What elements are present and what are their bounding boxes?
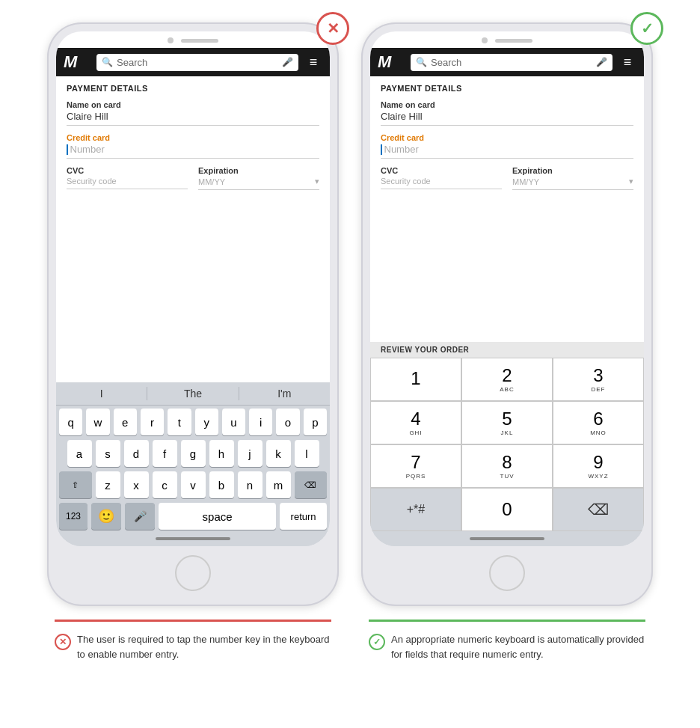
numpad-0[interactable]: 0 [461,488,553,531]
left-keyboard: I The I'm q w e r t y [56,382,330,546]
key-t[interactable]: t [168,409,191,435]
right-search-icon: 🔍 [416,57,427,67]
left-phone: M 🔍 Search 🎤 ≡ PAYMENT DETAILS Name on c… [47,22,339,606]
left-name-field: Name on card Claire Hill [67,100,319,126]
left-keyboard-rows: q w e r t y u i o p a [56,406,330,531]
left-mic-icon[interactable]: 🎤 [282,57,293,67]
key-delete[interactable]: ⌫ [295,471,328,498]
left-home-button[interactable] [175,555,211,591]
left-credit-field[interactable]: Credit card Number [67,133,319,159]
left-camera [168,37,174,43]
right-review-bar: REVIEW YOUR ORDER [370,342,644,358]
key-m[interactable]: m [266,471,291,498]
numpad-2[interactable]: 2 ABC [461,358,553,401]
key-j[interactable]: j [238,440,262,467]
right-navbar: M 🔍 Search 🎤 ≡ [370,48,644,76]
numpad-1[interactable]: 1 [370,358,461,401]
suggestion-i[interactable]: I [56,385,147,402]
numpad-7[interactable]: 7 PQRS [370,444,461,488]
suggestion-the[interactable]: The [147,385,238,402]
key-n[interactable]: n [238,471,262,498]
key-e[interactable]: e [114,409,137,435]
good-caption: ✓ An appropriate numeric keyboard is aut… [361,620,653,661]
key-x[interactable]: x [124,471,149,498]
numpad-8[interactable]: 8 TUV [461,444,553,488]
right-credit-field[interactable]: Credit card Number [381,133,633,159]
key-123[interactable]: 123 [59,503,88,530]
right-name-value: Claire Hill [381,111,633,126]
key-p[interactable]: p [304,409,327,435]
numpad-6[interactable]: 6 MNO [553,401,644,444]
right-expiry-chevron: ▾ [629,177,633,186]
right-home-indicator [470,537,544,540]
key-emoji[interactable]: 🙂 [91,503,121,530]
left-security-input[interactable]: Security code [67,177,188,189]
left-name-label: Name on card [67,100,319,109]
left-home-indicator [156,537,230,540]
key-h[interactable]: h [209,440,234,467]
right-hamburger[interactable]: ≡ [618,55,636,70]
right-cvc-expiry-row: CVC Security code Expiration MM/YY ▾ [381,166,633,190]
left-cvc-col: CVC Security code [67,166,188,190]
bad-badge: ✕ [316,12,349,45]
right-expiry-input[interactable]: MM/YY ▾ [512,177,633,190]
suggestion-im[interactable]: I'm [239,385,330,402]
right-mic-icon[interactable]: 🎤 [596,57,607,67]
numpad-4[interactable]: 4 GHI [370,401,461,444]
left-form-area: PAYMENT DETAILS Name on card Claire Hill… [56,76,330,382]
left-cvc-label: CVC [67,166,188,175]
good-caption-badge: ✓ [369,634,385,650]
left-credit-input[interactable]: Number [67,144,319,159]
key-space[interactable]: space [159,503,276,530]
key-c[interactable]: c [153,471,177,498]
right-home-button[interactable] [489,555,525,591]
key-s[interactable]: s [96,440,120,467]
numpad-5[interactable]: 5 JKL [461,401,553,444]
key-i[interactable]: i [249,409,272,435]
left-expiry-input[interactable]: MM/YY ▾ [198,177,319,190]
key-y[interactable]: y [195,409,218,435]
key-return[interactable]: return [280,503,327,530]
left-expiry-label: Expiration [198,166,319,175]
right-search-bar[interactable]: 🔍 Search 🎤 [411,54,612,71]
key-q[interactable]: q [59,409,82,435]
right-numpad-grid: 1 2 ABC 3 DEF 4 GHI [370,358,644,531]
key-w[interactable]: w [86,409,109,435]
left-search-bar[interactable]: 🔍 Search 🎤 [96,54,298,71]
numpad-delete[interactable]: ⌫ [553,488,644,531]
key-a[interactable]: a [67,440,92,467]
left-phone-screen: M 🔍 Search 🎤 ≡ PAYMENT DETAILS Name on c… [56,31,330,546]
right-search-text: Search [431,57,592,68]
left-app-logo: M [64,52,90,72]
left-cursor [67,144,68,155]
bad-caption: ✕ The user is required to tap the number… [47,620,339,661]
right-credit-input[interactable]: Number [381,144,633,159]
key-g[interactable]: g [181,440,206,467]
key-z[interactable]: z [96,471,120,498]
right-bottom-bar [370,531,644,546]
numpad-symbols[interactable]: +*# [370,488,461,531]
key-r[interactable]: r [141,409,164,435]
left-hamburger[interactable]: ≡ [304,55,322,70]
right-payment-header: PAYMENT DETAILS [381,84,633,93]
key-v[interactable]: v [181,471,206,498]
key-f[interactable]: f [153,440,177,467]
key-o[interactable]: o [276,409,299,435]
key-mic[interactable]: 🎤 [125,503,155,530]
key-u[interactable]: u [222,409,245,435]
bad-caption-line [55,620,331,622]
key-l[interactable]: l [295,440,319,467]
numpad-3[interactable]: 3 DEF [553,358,644,401]
right-expiry-placeholder: MM/YY [512,177,539,186]
right-number-placeholder: Number [384,144,419,155]
key-k[interactable]: k [266,440,291,467]
bad-caption-badge: ✕ [55,634,71,650]
right-name-field: Name on card Claire Hill [381,100,633,126]
key-b[interactable]: b [209,471,234,498]
key-d[interactable]: d [124,440,149,467]
left-phone-bottom [56,546,330,597]
left-name-value: Claire Hill [67,111,319,126]
right-security-input[interactable]: Security code [381,177,502,189]
key-shift[interactable]: ⇧ [59,471,92,498]
numpad-9[interactable]: 9 WXYZ [553,444,644,488]
